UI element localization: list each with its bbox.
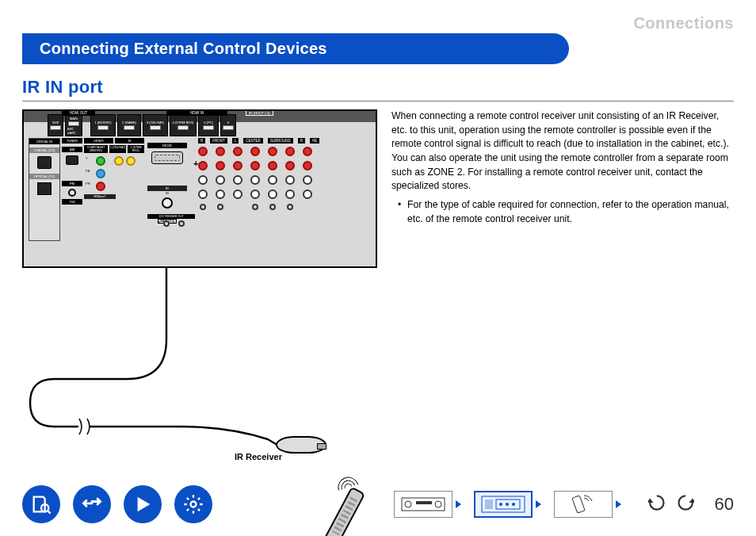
ir-receiver-icon — [276, 436, 326, 454]
footer-nav: 60 — [0, 482, 756, 526]
hdmi-out-sub: SUB — [48, 114, 63, 136]
cable-diagram: IR Receiver — [22, 268, 377, 474]
thumb-group-1[interactable] — [394, 491, 461, 518]
thumb-remote[interactable] — [554, 491, 613, 518]
section-title: IR IN port — [22, 77, 734, 98]
hdmi-spec-label: 8K (HDCP 2.3) — [246, 110, 273, 116]
diagram-column: SUB MAIN ARC eARC 1 (BD/DVD) 2 (GAME) 3 … — [22, 109, 377, 474]
svg-point-12 — [512, 503, 515, 506]
chevron-right-icon — [536, 500, 541, 508]
ir-receiver-label: IR Receiver — [235, 452, 282, 461]
thumb-rear-panel[interactable] — [474, 491, 533, 518]
hdmi-in-2: 2 (GAME) — [117, 114, 141, 136]
tuner-block: TUNER AM FM 75Ω — [62, 138, 82, 233]
preout-grid: R FRONT L CENTER SURROUND R HE — [198, 138, 371, 258]
svg-point-2 — [191, 502, 197, 507]
digital-in-block: DIGITAL IN COAXIAL (CD) OPTICAL (TV) — [29, 138, 60, 241]
nav-play-button[interactable] — [124, 485, 162, 523]
thumb-group-2[interactable] — [474, 491, 541, 518]
page-title: Connecting External Control Devices — [22, 33, 569, 64]
thumb-group-3[interactable] — [554, 491, 621, 518]
nav-manual-button[interactable] — [22, 485, 60, 523]
hdmi-in-1: 1 (BD/DVD) — [90, 114, 116, 136]
hdmi-in-5: 5 (PC) — [198, 114, 219, 136]
svg-point-6 — [435, 501, 441, 507]
hdmi-out-main: MAIN ARC eARC — [65, 114, 82, 136]
hdmi-in-4: 4 (STRM BOX) — [170, 114, 197, 136]
next-page-button[interactable] — [674, 492, 694, 516]
rear-panel-diagram: SUB MAIN ARC eARC 1 (BD/DVD) 2 (GAME) 3 … — [22, 109, 377, 268]
video-block: VIDEO IN COMPONENT (BD/DVD) 1 (CBL/SAT) … — [84, 138, 144, 249]
svg-rect-8 — [485, 500, 493, 509]
rs232-block: RS232 — [147, 143, 187, 182]
nav-connections-button[interactable] — [73, 485, 111, 523]
manual-page: Connections Connecting External Control … — [0, 0, 756, 536]
svg-point-11 — [506, 503, 509, 506]
thumb-front-panel[interactable] — [394, 491, 452, 518]
hdmi-in-label: HDMI IN — [166, 110, 227, 116]
body-paragraph: When connecting a remote control receive… — [391, 109, 734, 193]
breadcrumb: Connections — [633, 14, 734, 33]
hdmi-in-6: 6 — [220, 114, 236, 136]
prev-page-button[interactable] — [648, 492, 669, 516]
svg-rect-13 — [571, 496, 584, 513]
divider — [22, 101, 734, 101]
hdmi-out-label: HDMI OUT — [62, 110, 95, 116]
pager — [648, 492, 694, 516]
trigger-block: 12V TRIGGER OUT A B — [147, 214, 195, 227]
nav-settings-button[interactable] — [174, 485, 212, 523]
chevron-right-icon — [616, 500, 621, 508]
title-bar: Connecting External Control Devices — [22, 33, 734, 64]
chevron-right-icon — [456, 500, 461, 508]
svg-rect-5 — [416, 501, 432, 504]
body-bullet-1: For the type of cable required for conne… — [398, 198, 734, 226]
page-number: 60 — [715, 494, 734, 515]
svg-point-10 — [499, 503, 502, 506]
body-text: When connecting a remote control receive… — [391, 109, 734, 474]
svg-point-4 — [405, 501, 411, 507]
hdmi-in-3: 3 (CBL/SAT) — [143, 114, 168, 136]
